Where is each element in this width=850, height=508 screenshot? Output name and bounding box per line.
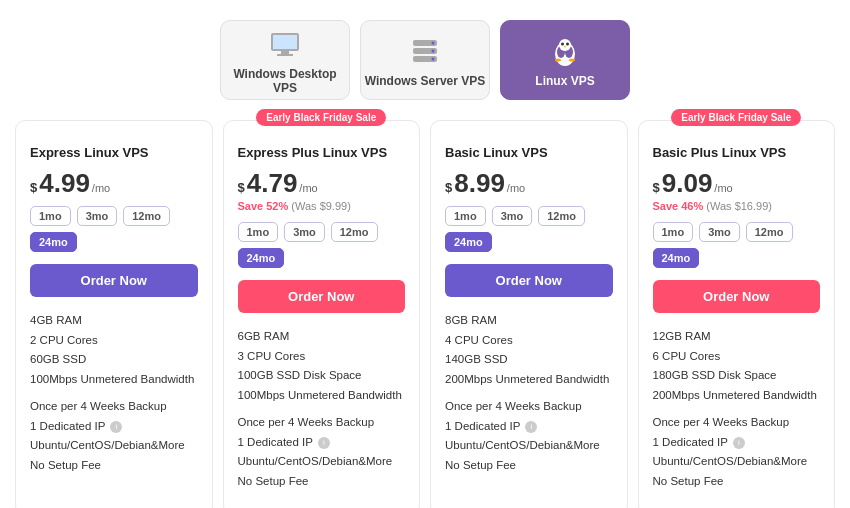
- tab-linux[interactable]: Linux VPS: [500, 20, 630, 100]
- billing-btn-3mo[interactable]: 3mo: [77, 206, 118, 226]
- feature-item: 1 Dedicated IP i: [238, 433, 406, 453]
- features-list: 6GB RAM3 CPU Cores100GB SSD Disk Space10…: [238, 327, 406, 491]
- billing-btn-24mo[interactable]: 24mo: [653, 248, 700, 268]
- svg-point-18: [555, 59, 561, 62]
- billing-btn-3mo[interactable]: 3mo: [284, 222, 325, 242]
- svg-point-16: [566, 43, 569, 46]
- sale-badge: Early Black Friday Sale: [256, 109, 386, 126]
- price-dollar: $: [30, 180, 37, 195]
- features-secondary: Once per 4 Weeks Backup1 Dedicated IP iU…: [653, 413, 821, 491]
- price-dollar: $: [653, 180, 660, 195]
- billing-btn-12mo[interactable]: 12mo: [538, 206, 585, 226]
- billing-btn-1mo[interactable]: 1mo: [653, 222, 694, 242]
- svg-point-14: [559, 39, 571, 51]
- plan-price: $ 9.09 /mo: [653, 170, 821, 196]
- billing-btn-24mo[interactable]: 24mo: [30, 232, 77, 252]
- feature-item: 1 Dedicated IP i: [653, 433, 821, 453]
- billing-btn-3mo[interactable]: 3mo: [492, 206, 533, 226]
- billing-toggles: 1mo3mo12mo24mo: [238, 222, 406, 268]
- price-save: Save 52% (Was $9.99): [238, 200, 406, 212]
- order-now-button[interactable]: Order Now: [238, 280, 406, 313]
- price-dollar: $: [238, 180, 245, 195]
- svg-point-15: [561, 43, 564, 46]
- info-icon: i: [525, 421, 537, 433]
- sale-badge: Early Black Friday Sale: [671, 109, 801, 126]
- price-was: (Was $16.99): [706, 200, 772, 212]
- tab-label-windows-desktop: Windows Desktop VPS: [221, 67, 349, 95]
- plan-name: Basic Plus Linux VPS: [653, 145, 821, 160]
- feature-item: 100GB SSD Disk Space: [238, 366, 406, 386]
- svg-point-7: [432, 42, 435, 45]
- svg-point-8: [432, 50, 435, 53]
- price-period: /mo: [92, 182, 110, 194]
- order-now-button[interactable]: Order Now: [30, 264, 198, 297]
- feature-item: 6GB RAM: [238, 327, 406, 347]
- billing-toggles: 1mo3mo12mo24mo: [30, 206, 198, 252]
- billing-btn-12mo[interactable]: 12mo: [331, 222, 378, 242]
- feature-item: Once per 4 Weeks Backup: [653, 413, 821, 433]
- plan-card-express-plus-linux: Early Black Friday Sale Express Plus Lin…: [223, 120, 421, 508]
- billing-btn-12mo[interactable]: 12mo: [123, 206, 170, 226]
- feature-item: No Setup Fee: [30, 456, 198, 476]
- price-save: Save 46% (Was $16.99): [653, 200, 821, 212]
- feature-item: No Setup Fee: [238, 472, 406, 492]
- svg-rect-2: [281, 51, 289, 54]
- price-was: (Was $9.99): [291, 200, 351, 212]
- billing-toggles: 1mo3mo12mo24mo: [653, 222, 821, 268]
- billing-btn-12mo[interactable]: 12mo: [746, 222, 793, 242]
- features-primary: 4GB RAM2 CPU Cores60GB SSD100Mbps Unmete…: [30, 311, 198, 389]
- billing-btn-24mo[interactable]: 24mo: [445, 232, 492, 252]
- billing-btn-1mo[interactable]: 1mo: [238, 222, 279, 242]
- feature-item: 3 CPU Cores: [238, 347, 406, 367]
- plan-name: Express Plus Linux VPS: [238, 145, 406, 160]
- features-list: 12GB RAM6 CPU Cores180GB SSD Disk Space2…: [653, 327, 821, 491]
- feature-item: 200Mbps Unmetered Bandwidth: [445, 370, 613, 390]
- tab-label-linux: Linux VPS: [535, 74, 594, 88]
- billing-toggles: 1mo3mo12mo24mo: [445, 206, 613, 252]
- plan-name: Basic Linux VPS: [445, 145, 613, 160]
- feature-item: 2 CPU Cores: [30, 331, 198, 351]
- plan-name: Express Linux VPS: [30, 145, 198, 160]
- features-secondary: Once per 4 Weeks Backup1 Dedicated IP iU…: [30, 397, 198, 475]
- feature-item: Ubuntu/CentOS/Debian&More: [653, 452, 821, 472]
- feature-item: 1 Dedicated IP i: [445, 417, 613, 437]
- billing-btn-3mo[interactable]: 3mo: [699, 222, 740, 242]
- price-amount: 9.09: [662, 170, 713, 196]
- billing-btn-24mo[interactable]: 24mo: [238, 248, 285, 268]
- price-period: /mo: [299, 182, 317, 194]
- feature-item: 100Mbps Unmetered Bandwidth: [238, 386, 406, 406]
- plans-section: Express Linux VPS $ 4.99 /mo 1mo3mo12mo2…: [10, 120, 840, 508]
- svg-point-9: [432, 58, 435, 61]
- plan-card-basic-plus-linux: Early Black Friday Sale Basic Plus Linux…: [638, 120, 836, 508]
- feature-item: Once per 4 Weeks Backup: [238, 413, 406, 433]
- feature-item: Ubuntu/CentOS/Debian&More: [238, 452, 406, 472]
- price-period: /mo: [507, 182, 525, 194]
- feature-item: 4 CPU Cores: [445, 331, 613, 351]
- svg-point-19: [569, 59, 575, 62]
- billing-btn-1mo[interactable]: 1mo: [445, 206, 486, 226]
- order-now-button[interactable]: Order Now: [653, 280, 821, 313]
- feature-item: No Setup Fee: [653, 472, 821, 492]
- windows-server-icon: [407, 32, 443, 68]
- features-secondary: Once per 4 Weeks Backup1 Dedicated IP iU…: [445, 397, 613, 475]
- feature-item: 1 Dedicated IP i: [30, 417, 198, 437]
- feature-item: 4GB RAM: [30, 311, 198, 331]
- feature-item: 100Mbps Unmetered Bandwidth: [30, 370, 198, 390]
- windows-desktop-icon: [267, 25, 303, 61]
- tab-windows-server[interactable]: Windows Server VPS: [360, 20, 490, 100]
- info-icon: i: [733, 437, 745, 449]
- feature-item: No Setup Fee: [445, 456, 613, 476]
- linux-icon: [547, 32, 583, 68]
- order-now-button[interactable]: Order Now: [445, 264, 613, 297]
- tabs-section: Windows Desktop VPS Windows Server VPS L…: [10, 20, 840, 100]
- features-secondary: Once per 4 Weeks Backup1 Dedicated IP iU…: [238, 413, 406, 491]
- price-dollar: $: [445, 180, 452, 195]
- features-list: 4GB RAM2 CPU Cores60GB SSD100Mbps Unmete…: [30, 311, 198, 475]
- svg-rect-1: [273, 35, 297, 49]
- billing-btn-1mo[interactable]: 1mo: [30, 206, 71, 226]
- tab-windows-desktop[interactable]: Windows Desktop VPS: [220, 20, 350, 100]
- feature-item: 180GB SSD Disk Space: [653, 366, 821, 386]
- page-wrapper: Windows Desktop VPS Windows Server VPS L…: [0, 0, 850, 508]
- feature-item: 6 CPU Cores: [653, 347, 821, 367]
- feature-item: 12GB RAM: [653, 327, 821, 347]
